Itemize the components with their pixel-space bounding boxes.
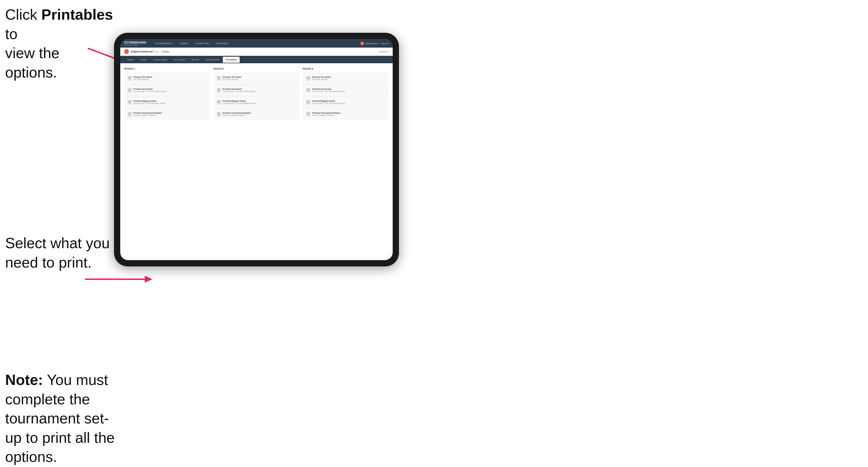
tab-teams[interactable]: Teams	[137, 57, 150, 63]
sign-out-link[interactable]: Sign out	[381, 42, 389, 44]
divider-r3-3	[305, 108, 386, 108]
round2-raguzzi[interactable]: Preview Raguzzi Sheet Course setup + Tee…	[216, 99, 297, 106]
round2-tournament-report[interactable]: Preview Tournament Report Round Completi…	[216, 111, 297, 118]
r3-tee-sheet-icon	[306, 76, 310, 81]
scoreboard-logo: SCOREBOARD Powered by clippd	[124, 41, 146, 46]
divider-r1-2	[126, 96, 208, 96]
note-bold: Note:	[5, 372, 43, 388]
round2-report-label: Preview Tournament Report	[222, 112, 251, 114]
nav-committee[interactable]: COMMITTEE	[193, 41, 210, 45]
round-3-title: Round 3	[303, 67, 389, 70]
round-3-col: Round 3 Preview Tee Sheet Tee Sheet requ…	[303, 67, 389, 120]
round2-raguzzi-sublabel: Course setup + Tee Sheet data required	[222, 102, 255, 104]
round3-tournament-report[interactable]: Preview Tournament Report Round Completi…	[305, 111, 386, 118]
round3-scorecard-sublabel: Course setup + Tee Sheet data required	[312, 90, 345, 92]
round3-raguzzi-label: Preview Raguzzi Sheet	[312, 100, 345, 102]
r3-raguzzi-icon	[306, 100, 310, 104]
tab-course-setup[interactable]: Course Setup	[151, 57, 170, 63]
round-2-col: Round 2 Preview Tee Sheet Tee Sheet requ…	[213, 67, 299, 120]
round3-raguzzi-sublabel: Course setup + Tee Sheet data required	[312, 102, 345, 104]
user-avatar: B	[360, 41, 364, 45]
tournament-tag: (Men)	[154, 51, 159, 53]
nav-teams[interactable]: TEAMS	[178, 41, 189, 45]
tee-sheet-icon	[128, 76, 132, 81]
round1-raguzzi-sublabel: Course setup + Tee Sheet data required	[133, 102, 166, 104]
main-content: Round 1 Preview Tee Sheet Tee Sheet requ…	[120, 63, 393, 260]
round1-report-text: Preview Tournament Report Round Completi…	[133, 112, 162, 116]
rounds-grid: Round 1 Preview Tee Sheet Tee Sheet requ…	[124, 67, 389, 120]
divider-r3-1	[305, 84, 386, 84]
round3-raguzzi[interactable]: Preview Raguzzi Sheet Course setup + Tee…	[305, 99, 386, 106]
round3-scorecard[interactable]: Preview Scorecard Course setup + Tee She…	[305, 87, 386, 94]
round3-tee-sheet-sublabel: Tee Sheet required	[312, 79, 331, 80]
round2-report-sublabel: Round Completion required	[222, 114, 251, 116]
tournament-logo: C	[124, 49, 129, 54]
tournament-header: C Clippd Invitational (Men) Hosting Canc…	[120, 48, 393, 56]
divider-r1-1	[126, 84, 208, 84]
top-nav: SCOREBOARD Powered by clippd TOURNAMENTS…	[120, 39, 393, 48]
round2-scorecard-text: Preview Scorecard Course setup + Tee She…	[222, 88, 255, 92]
round3-report-label: Preview Tournament Report	[312, 112, 340, 114]
round2-tee-sheet-label: Preview Tee Sheet	[222, 76, 241, 79]
round1-scorecard[interactable]: Preview Scorecard Course setup + Tee She…	[126, 87, 208, 94]
top-nav-user: B blair@clippd.io | Sign out	[360, 41, 389, 45]
round1-raguzzi-text: Preview Raguzzi Sheet Course setup + Tee…	[133, 100, 166, 104]
divider-r2-2	[216, 96, 297, 96]
divider-r1-3	[126, 108, 208, 108]
user-email: blair@clippd.io	[365, 42, 378, 44]
round2-scorecard-label: Preview Scorecard	[222, 88, 255, 90]
round1-tee-sheet[interactable]: Preview Tee Sheet Tee Sheet required	[126, 75, 208, 82]
r2-raguzzi-icon	[217, 100, 221, 104]
round1-scorecard-label: Preview Scorecard	[133, 88, 166, 90]
tab-results[interactable]: Results	[189, 57, 202, 63]
round1-report-label: Preview Tournament Report	[133, 112, 162, 114]
round2-tee-sheet-text: Preview Tee Sheet Tee Sheet required	[222, 76, 241, 80]
r2-scorecard-icon	[217, 88, 221, 93]
logo-subtitle: Powered by clippd	[124, 44, 146, 46]
tournament-name: Clippd Invitational	[130, 50, 153, 53]
round-1-items: Preview Tee Sheet Tee Sheet required Pre…	[124, 72, 210, 120]
report-icon	[128, 112, 132, 117]
round3-report-text: Preview Tournament Report Round Completi…	[312, 112, 340, 116]
tab-details[interactable]: Details	[124, 57, 137, 63]
raguzzi-icon	[128, 100, 132, 104]
round-2-title: Round 2	[213, 67, 299, 70]
round2-scorecard-sublabel: Course setup + Tee Sheet data required	[222, 90, 255, 92]
svg-marker-1	[145, 276, 152, 283]
r3-report-icon	[306, 112, 310, 117]
cancel-button[interactable]: Cancel ✕	[379, 51, 389, 53]
pipe-separator: |	[379, 42, 380, 44]
round2-raguzzi-text: Preview Raguzzi Sheet Course setup + Tee…	[222, 100, 255, 104]
round3-scorecard-text: Preview Scorecard Course setup + Tee She…	[312, 88, 345, 92]
round1-scorecard-sublabel: Course setup + Tee Sheet data required	[133, 90, 166, 92]
round1-report-sublabel: Round Completion required	[133, 114, 162, 116]
round-2-items: Preview Tee Sheet Tee Sheet required Pre…	[213, 72, 299, 120]
r2-report-icon	[217, 112, 221, 117]
tablet-screen: SCOREBOARD Powered by clippd TOURNAMENTS…	[120, 39, 393, 260]
nav-tournaments[interactable]: TOURNAMENTS	[153, 41, 174, 45]
r2-tee-sheet-icon	[217, 76, 221, 81]
round1-scorecard-text: Preview Scorecard Course setup + Tee She…	[133, 88, 166, 92]
printables-bold: Printables	[41, 6, 113, 23]
divider-r2-3	[216, 108, 297, 108]
tab-tee-groups[interactable]: Tee Groups	[171, 57, 188, 63]
tablet: SCOREBOARD Powered by clippd TOURNAMENTS…	[114, 33, 399, 267]
round1-tee-sheet-label: Preview Tee Sheet	[133, 76, 152, 79]
round-1-col: Round 1 Preview Tee Sheet Tee Sheet requ…	[124, 67, 210, 120]
round2-tee-sheet[interactable]: Preview Tee Sheet Tee Sheet required	[216, 75, 297, 82]
tab-leaderboards[interactable]: Leaderboards	[203, 57, 222, 63]
round2-scorecard[interactable]: Preview Scorecard Course setup + Tee She…	[216, 87, 297, 94]
tab-printables[interactable]: Printables	[223, 57, 240, 63]
tab-bar: Details Teams Course Setup Tee Groups Re…	[120, 56, 393, 63]
round1-raguzzi[interactable]: Preview Raguzzi Sheet Course setup + Tee…	[126, 99, 208, 106]
round1-tournament-report[interactable]: Preview Tournament Report Round Completi…	[126, 111, 208, 118]
nav-rankings[interactable]: RANKINGS	[215, 41, 230, 45]
round3-raguzzi-text: Preview Raguzzi Sheet Course setup + Tee…	[312, 100, 345, 104]
round3-tee-sheet-text: Preview Tee Sheet Tee Sheet required	[312, 76, 331, 80]
round3-tee-sheet[interactable]: Preview Tee Sheet Tee Sheet required	[305, 75, 386, 82]
round2-report-text: Preview Tournament Report Round Completi…	[222, 112, 251, 116]
round2-tee-sheet-sublabel: Tee Sheet required	[222, 79, 241, 80]
r3-scorecard-icon	[306, 88, 310, 93]
round-3-items: Preview Tee Sheet Tee Sheet required Pre…	[303, 72, 389, 120]
round1-raguzzi-label: Preview Raguzzi Sheet	[133, 100, 166, 102]
